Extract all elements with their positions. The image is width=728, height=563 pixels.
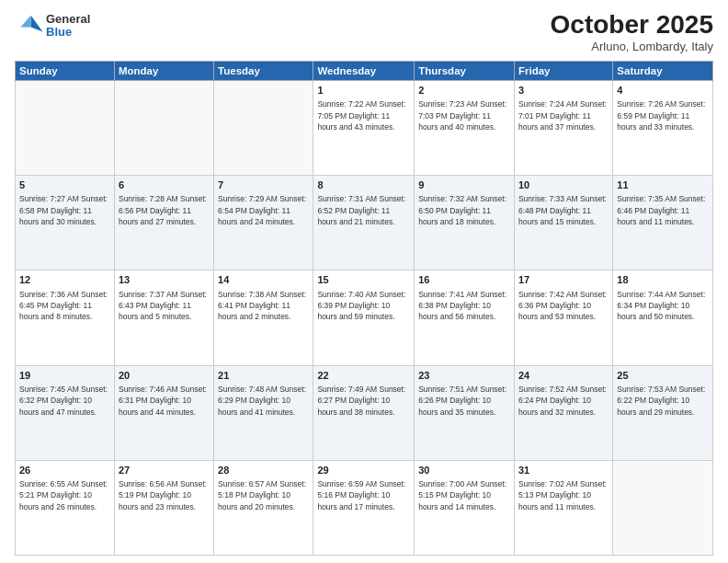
day-info: Sunrise: 7:36 AM Sunset: 6:45 PM Dayligh… [19,289,110,323]
day-number: 31 [518,464,609,477]
day-number: 20 [119,369,210,383]
day-number: 16 [418,273,510,287]
day-number: 1 [317,84,410,98]
day-info: Sunrise: 7:51 AM Sunset: 6:26 PM Dayligh… [418,384,510,418]
day-info: Sunrise: 7:29 AM Sunset: 6:54 PM Dayligh… [218,193,309,227]
day-number: 6 [119,178,210,192]
day-number: 22 [317,369,410,383]
day-info: Sunrise: 7:27 AM Sunset: 6:58 PM Dayligh… [19,193,110,227]
day-header-saturday: Saturday [613,61,713,80]
day-info: Sunrise: 7:22 AM Sunset: 7:05 PM Dayligh… [317,98,410,132]
day-cell: 23Sunrise: 7:51 AM Sunset: 6:26 PM Dayli… [415,365,515,460]
day-cell: 19Sunrise: 7:45 AM Sunset: 6:32 PM Dayli… [16,365,115,460]
day-number: 30 [418,464,510,477]
day-info: Sunrise: 7:49 AM Sunset: 6:27 PM Dayligh… [317,384,410,418]
day-number: 18 [617,273,709,287]
day-cell: 21Sunrise: 7:48 AM Sunset: 6:29 PM Dayli… [214,365,313,460]
day-header-tuesday: Tuesday [214,61,313,80]
day-cell: 29Sunrise: 6:59 AM Sunset: 5:16 PM Dayli… [313,460,415,555]
day-info: Sunrise: 7:00 AM Sunset: 5:15 PM Dayligh… [418,478,510,512]
logo-blue: Blue [46,26,90,39]
day-cell: 10Sunrise: 7:33 AM Sunset: 6:48 PM Dayli… [514,176,612,270]
day-info: Sunrise: 6:55 AM Sunset: 5:21 PM Dayligh… [19,478,110,512]
day-info: Sunrise: 7:52 AM Sunset: 6:24 PM Dayligh… [518,384,609,418]
day-number: 14 [218,273,309,287]
day-info: Sunrise: 7:42 AM Sunset: 6:36 PM Dayligh… [518,289,609,323]
day-number: 4 [617,84,709,98]
day-number: 8 [317,178,410,192]
day-number: 9 [418,178,510,192]
day-header-friday: Friday [514,61,612,80]
title-block: October 2025 Arluno, Lombardy, Italy [551,11,713,53]
week-row-3: 12Sunrise: 7:36 AM Sunset: 6:45 PM Dayli… [16,270,713,365]
day-cell: 26Sunrise: 6:55 AM Sunset: 5:21 PM Dayli… [16,460,115,555]
logo: General Blue [15,11,90,40]
day-cell: 12Sunrise: 7:36 AM Sunset: 6:45 PM Dayli… [16,270,115,365]
day-cell: 31Sunrise: 7:02 AM Sunset: 5:13 PM Dayli… [514,460,612,555]
day-number: 27 [119,464,210,477]
day-header-sunday: Sunday [16,61,115,80]
day-info: Sunrise: 7:53 AM Sunset: 6:22 PM Dayligh… [617,384,709,418]
day-cell: 8Sunrise: 7:31 AM Sunset: 6:52 PM Daylig… [313,176,415,270]
day-number: 24 [518,369,609,383]
day-cell: 5Sunrise: 7:27 AM Sunset: 6:58 PM Daylig… [16,176,115,270]
day-info: Sunrise: 7:38 AM Sunset: 6:41 PM Dayligh… [218,289,309,323]
day-number: 21 [218,369,309,383]
day-number: 28 [218,464,309,477]
day-cell [114,80,213,175]
day-cell: 22Sunrise: 7:49 AM Sunset: 6:27 PM Dayli… [313,365,415,460]
day-cell: 13Sunrise: 7:37 AM Sunset: 6:43 PM Dayli… [114,270,213,365]
week-row-2: 5Sunrise: 7:27 AM Sunset: 6:58 PM Daylig… [16,176,713,270]
calendar-table: SundayMondayTuesdayWednesdayThursdayFrid… [15,61,713,556]
location: Arluno, Lombardy, Italy [551,40,713,53]
day-header-wednesday: Wednesday [313,61,415,80]
week-row-4: 19Sunrise: 7:45 AM Sunset: 6:32 PM Dayli… [16,365,713,460]
day-info: Sunrise: 7:40 AM Sunset: 6:39 PM Dayligh… [317,289,410,323]
day-cell: 11Sunrise: 7:35 AM Sunset: 6:46 PM Dayli… [613,176,713,270]
day-cell: 6Sunrise: 7:28 AM Sunset: 6:56 PM Daylig… [114,176,213,270]
day-cell: 15Sunrise: 7:40 AM Sunset: 6:39 PM Dayli… [313,270,415,365]
day-cell: 14Sunrise: 7:38 AM Sunset: 6:41 PM Dayli… [214,270,313,365]
day-info: Sunrise: 7:35 AM Sunset: 6:46 PM Dayligh… [617,193,709,227]
day-cell: 25Sunrise: 7:53 AM Sunset: 6:22 PM Dayli… [613,365,713,460]
day-info: Sunrise: 7:45 AM Sunset: 6:32 PM Dayligh… [19,384,110,418]
day-number: 12 [19,273,110,287]
svg-marker-0 [31,16,43,32]
day-cell [214,80,313,175]
day-number: 10 [518,178,609,192]
day-cell: 18Sunrise: 7:44 AM Sunset: 6:34 PM Dayli… [613,270,713,365]
day-cell: 16Sunrise: 7:41 AM Sunset: 6:38 PM Dayli… [415,270,515,365]
day-cell: 9Sunrise: 7:32 AM Sunset: 6:50 PM Daylig… [415,176,515,270]
day-number: 13 [119,273,210,287]
day-cell [613,460,713,555]
day-header-thursday: Thursday [415,61,515,80]
day-cell: 17Sunrise: 7:42 AM Sunset: 6:36 PM Dayli… [514,270,612,365]
page: General Blue October 2025 Arluno, Lombar… [0,0,728,563]
day-number: 3 [518,84,609,98]
day-info: Sunrise: 7:32 AM Sunset: 6:50 PM Dayligh… [418,193,510,227]
svg-marker-1 [20,16,30,28]
day-info: Sunrise: 7:31 AM Sunset: 6:52 PM Dayligh… [317,193,410,227]
day-info: Sunrise: 6:56 AM Sunset: 5:19 PM Dayligh… [119,478,210,512]
logo-general: General [46,13,90,26]
day-cell: 4Sunrise: 7:26 AM Sunset: 6:59 PM Daylig… [613,80,713,175]
day-number: 29 [317,464,410,477]
day-number: 23 [418,369,510,383]
day-cell: 30Sunrise: 7:00 AM Sunset: 5:15 PM Dayli… [415,460,515,555]
header-row: SundayMondayTuesdayWednesdayThursdayFrid… [16,61,713,80]
day-cell: 24Sunrise: 7:52 AM Sunset: 6:24 PM Dayli… [514,365,612,460]
day-info: Sunrise: 7:44 AM Sunset: 6:34 PM Dayligh… [617,289,709,323]
week-row-1: 1Sunrise: 7:22 AM Sunset: 7:05 PM Daylig… [16,80,713,175]
day-cell: 2Sunrise: 7:23 AM Sunset: 7:03 PM Daylig… [415,80,515,175]
day-info: Sunrise: 7:41 AM Sunset: 6:38 PM Dayligh… [418,289,510,323]
day-info: Sunrise: 6:59 AM Sunset: 5:16 PM Dayligh… [317,478,410,512]
day-info: Sunrise: 7:23 AM Sunset: 7:03 PM Dayligh… [418,98,510,132]
week-row-5: 26Sunrise: 6:55 AM Sunset: 5:21 PM Dayli… [16,460,713,555]
day-number: 7 [218,178,309,192]
day-info: Sunrise: 7:28 AM Sunset: 6:56 PM Dayligh… [119,193,210,227]
day-cell [16,80,115,175]
day-number: 11 [617,178,709,192]
day-number: 26 [19,464,110,477]
logo-icon [15,11,44,40]
day-cell: 27Sunrise: 6:56 AM Sunset: 5:19 PM Dayli… [114,460,213,555]
